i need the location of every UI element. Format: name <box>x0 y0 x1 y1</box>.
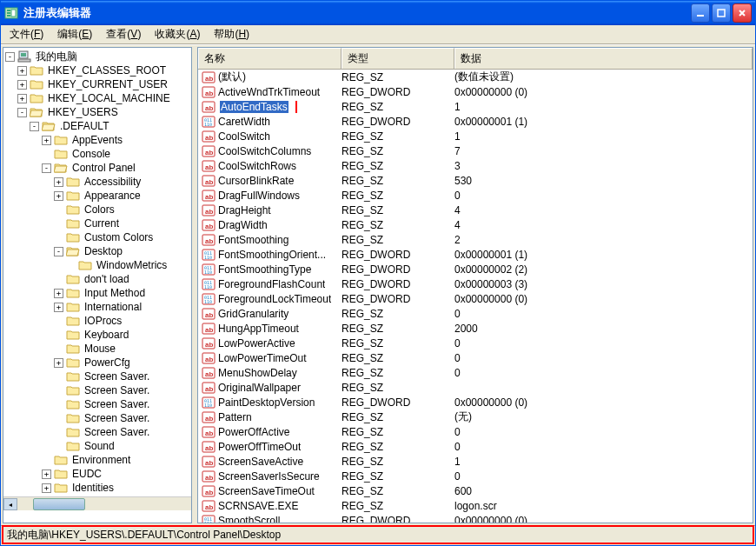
tree-item[interactable]: Custom Colors <box>5 230 191 244</box>
collapse-icon[interactable]: - <box>54 247 63 256</box>
tree-item[interactable]: -Control Panel <box>5 161 191 175</box>
expand-icon[interactable]: + <box>54 303 63 312</box>
list-row[interactable]: abLowPowerActiveREG_SZ0 <box>198 336 753 350</box>
tree-item[interactable]: +PowerCfg <box>5 356 191 370</box>
tree-item[interactable]: Screen Saver. <box>5 370 191 383</box>
tree-hscrollbar[interactable]: ◂ <box>3 496 191 510</box>
scroll-thumb[interactable] <box>33 498 85 510</box>
list-row[interactable]: abDragFullWindowsREG_SZ0 <box>198 188 753 203</box>
scroll-left-button[interactable]: ◂ <box>3 498 17 510</box>
tree-item[interactable]: -HKEY_USERS <box>5 105 191 119</box>
list-row[interactable]: abLowPowerTimeOutREG_SZ0 <box>198 350 753 365</box>
list-row[interactable]: abHungAppTimeoutREG_SZ2000 <box>198 321 753 336</box>
tree-item[interactable]: +HKEY_CURRENT_USER <box>5 77 191 91</box>
list-row[interactable]: 011110CaretWidthREG_DWORD0x00000001 (1) <box>198 114 753 129</box>
collapse-icon[interactable]: - <box>5 52 15 62</box>
tree-item[interactable]: Screen Saver. <box>5 383 191 397</box>
list-row[interactable]: ab(默认)REG_SZ(数值未设置) <box>198 70 753 84</box>
list-row[interactable]: abPowerOffTimeOutREG_SZ0 <box>198 439 753 454</box>
list-row[interactable]: abFontSmoothingREG_SZ2 <box>198 232 753 247</box>
list-row[interactable]: 011110SmoothScrollREG_DWORD0x00000000 (0… <box>198 513 753 523</box>
list-row[interactable]: 011110ForegroundFlashCountREG_DWORD0x000… <box>198 276 753 291</box>
collapse-icon[interactable]: - <box>30 122 39 131</box>
list-row[interactable]: abScreenSaveTimeOutREG_SZ600 <box>198 483 753 498</box>
binary-value-icon: 011110 <box>202 396 216 410</box>
list-row[interactable]: abSCRNSAVE.EXEREG_SZlogon.scr <box>198 498 753 513</box>
expand-icon[interactable]: + <box>42 469 51 479</box>
tree-item[interactable]: +International <box>5 300 191 314</box>
tree-item[interactable]: Environment <box>5 453 191 467</box>
tree-item[interactable]: don't load <box>5 272 191 286</box>
tree-item[interactable]: Current <box>5 216 191 230</box>
expand-icon[interactable]: + <box>17 66 27 76</box>
menu-f[interactable]: 文件(F) <box>4 25 49 43</box>
tree-item[interactable]: +Accessibility <box>5 175 191 189</box>
tree-item[interactable]: Keyboard <box>5 328 191 342</box>
svg-text:ab: ab <box>205 223 213 230</box>
value-name: DragHeight <box>218 204 271 216</box>
tree-item[interactable]: -我的电脑 <box>5 50 191 63</box>
tree-item[interactable]: WindowMetrics <box>5 258 191 272</box>
list-row[interactable]: abScreenSaverIsSecureREG_SZ0 <box>198 469 753 483</box>
minimize-button[interactable] <box>691 3 710 23</box>
tree-item[interactable]: +AppEvents <box>5 133 191 147</box>
tree-item[interactable]: IOProcs <box>5 314 191 328</box>
list-row[interactable]: abDragHeightREG_SZ4 <box>198 203 753 217</box>
expand-icon[interactable]: + <box>54 191 63 201</box>
menu-e[interactable]: 编辑(E) <box>52 25 97 43</box>
collapse-icon[interactable]: - <box>17 108 27 117</box>
list-row[interactable]: abOriginalWallpaperREG_SZ <box>198 380 753 395</box>
tree-item[interactable]: Colors <box>5 203 191 216</box>
menu-h[interactable]: 帮助(H) <box>209 25 255 43</box>
column-header-type[interactable]: 类型 <box>342 48 454 69</box>
tree-item[interactable]: Console <box>5 147 191 161</box>
menu-v[interactable]: 查看(V) <box>101 25 146 43</box>
close-button[interactable] <box>733 3 752 23</box>
expand-icon[interactable]: + <box>17 94 27 103</box>
list-row[interactable]: abMenuShowDelayREG_SZ0 <box>198 365 753 380</box>
expand-icon[interactable]: + <box>54 289 63 298</box>
list-row[interactable]: abCoolSwitchRowsREG_SZ3 <box>198 158 753 173</box>
tree-item[interactable]: -.DEFAULT <box>5 119 191 133</box>
expand-icon[interactable]: + <box>17 80 27 90</box>
list-row[interactable]: abCoolSwitchColumnsREG_SZ7 <box>198 143 753 158</box>
tree-item[interactable]: +Identities <box>5 481 191 495</box>
tree-pane[interactable]: -我的电脑+HKEY_CLASSES_ROOT+HKEY_CURRENT_USE… <box>3 47 192 523</box>
list-row[interactable]: abCursorBlinkRateREG_SZ530 <box>198 173 753 188</box>
tree-item[interactable]: Screen Saver. <box>5 425 191 439</box>
maximize-button[interactable] <box>712 3 731 23</box>
list-row[interactable]: abPowerOffActiveREG_SZ0 <box>198 424 753 439</box>
list-row[interactable]: abGridGranularityREG_SZ0 <box>198 306 753 321</box>
tree-item[interactable]: +HKEY_LOCAL_MACHINE <box>5 91 191 105</box>
list-row[interactable]: abScreenSaveActiveREG_SZ1 <box>198 454 753 469</box>
expand-icon[interactable]: + <box>42 483 51 493</box>
list-row[interactable]: 011110ForegroundLockTimeoutREG_DWORD0x00… <box>198 291 753 306</box>
list-row[interactable]: 011110FontSmoothingTypeREG_DWORD0x000000… <box>198 262 753 276</box>
list-row[interactable]: abDragWidthREG_SZ4 <box>198 217 753 232</box>
list-row[interactable]: abActiveWndTrkTimeoutREG_DWORD0x00000000… <box>198 84 753 99</box>
tree-item[interactable]: -Desktop <box>5 244 191 258</box>
column-header-data[interactable]: 数据 <box>454 48 753 69</box>
list-pane[interactable]: 名称 类型 数据 ab(默认)REG_SZ(数值未设置)abActiveWndT… <box>197 47 753 523</box>
list-row[interactable]: abPatternREG_SZ(无) <box>198 410 753 424</box>
tree-item[interactable]: +Input Method <box>5 286 191 300</box>
splitter[interactable] <box>193 45 196 525</box>
column-header-name[interactable]: 名称 <box>198 48 342 69</box>
tree-item[interactable]: Screen Saver. <box>5 411 191 425</box>
menu-a[interactable]: 收藏夹(A) <box>149 25 205 43</box>
list-row[interactable]: 011110PaintDesktopVersionREG_DWORD0x0000… <box>198 395 753 410</box>
tree-item[interactable]: +EUDC <box>5 467 191 481</box>
list-row[interactable]: abCoolSwitchREG_SZ1 <box>198 129 753 143</box>
tree-item[interactable]: +HKEY_CLASSES_ROOT <box>5 63 191 77</box>
titlebar[interactable]: 注册表编辑器 <box>1 1 755 25</box>
list-row[interactable]: 011110FontSmoothingOrient...REG_DWORD0x0… <box>198 247 753 262</box>
collapse-icon[interactable]: - <box>42 163 51 173</box>
tree-item[interactable]: Sound <box>5 439 191 453</box>
expand-icon[interactable]: + <box>42 136 51 145</box>
tree-item[interactable]: Screen Saver. <box>5 397 191 411</box>
tree-item[interactable]: +Appearance <box>5 189 191 203</box>
expand-icon[interactable]: + <box>54 358 63 368</box>
list-row[interactable]: abAutoEndTasks REG_SZ1 <box>198 99 753 114</box>
tree-item[interactable]: Mouse <box>5 342 191 356</box>
expand-icon[interactable]: + <box>54 177 63 187</box>
